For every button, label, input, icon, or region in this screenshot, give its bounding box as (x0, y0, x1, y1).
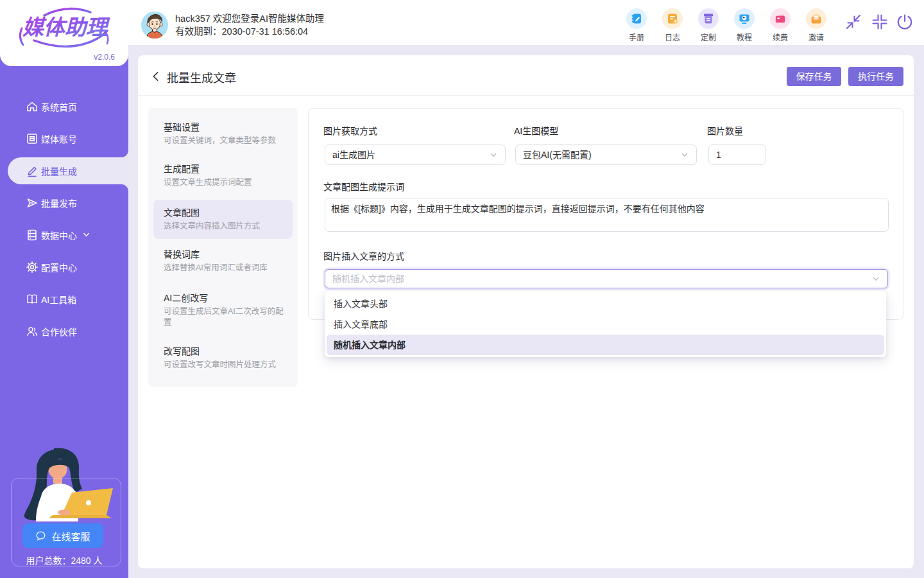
svg-text:媒体助理: 媒体助理 (22, 15, 110, 39)
